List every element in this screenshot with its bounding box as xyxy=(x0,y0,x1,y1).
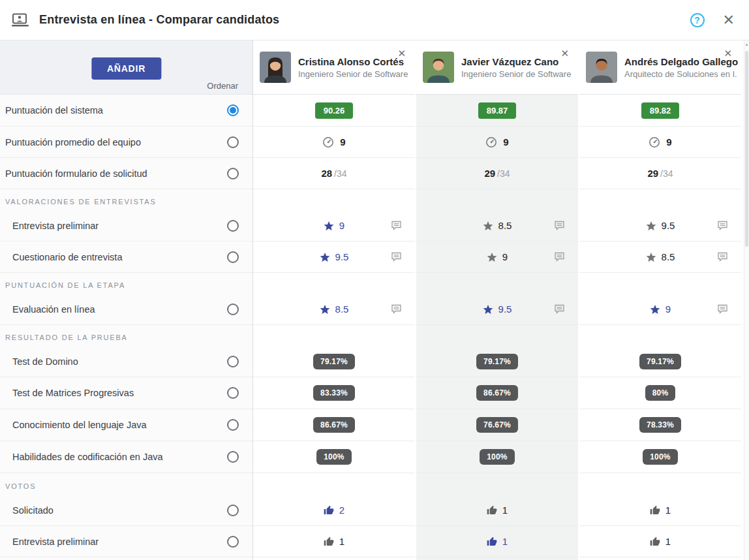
candidate-avatar xyxy=(423,52,454,83)
sort-radio[interactable] xyxy=(227,536,239,548)
sidebar-item-label: Entrevista preliminar xyxy=(12,537,227,547)
comparison-grid: Cristina Alonso Cortés Ingeniero Senior … xyxy=(253,40,749,560)
remove-candidate-icon[interactable]: ✕ xyxy=(724,48,732,58)
sidebar-item-entrevista-preliminar[interactable]: Entrevista preliminar xyxy=(0,210,252,241)
stage-evaluation-rating-cell: 8.5 xyxy=(253,294,415,325)
criteria-sidebar: AÑADIR Ordenar Puntuación del sistema Pu… xyxy=(0,40,253,560)
sidebar-item-label: Habilidades de codificación en Java xyxy=(12,452,227,462)
star-icon xyxy=(324,221,334,231)
test-domino-cell: 79.17% xyxy=(416,346,578,377)
sort-radio[interactable] xyxy=(227,505,239,516)
sidebar-item-solicitado[interactable]: Solicitado xyxy=(0,495,252,526)
remove-candidate-icon[interactable]: ✕ xyxy=(397,48,406,58)
comment-icon[interactable] xyxy=(554,221,565,231)
thumb-up-icon[interactable] xyxy=(487,505,497,516)
comment-icon[interactable] xyxy=(717,252,728,262)
percent-badge: 100% xyxy=(643,449,678,465)
comment-icon[interactable] xyxy=(391,221,402,231)
percent-badge: 79.17% xyxy=(313,354,355,369)
percent-badge: 83.33% xyxy=(313,385,355,401)
scrollbar-thumb[interactable] xyxy=(745,51,748,247)
section-header-puntuacion-etapa: PUNTUACIÓN DE LA ETAPA xyxy=(0,273,252,294)
help-icon[interactable]: ? xyxy=(690,13,705,27)
sidebar-item-label: Conocimiento del lenguaje Java xyxy=(12,420,227,430)
candidate-column-1: Cristina Alonso Cortés Ingeniero Senior … xyxy=(253,40,415,560)
percent-badge: 100% xyxy=(480,449,515,465)
team-average-cell: 9 xyxy=(416,127,578,158)
thumb-up-icon[interactable] xyxy=(324,505,334,516)
score-badge: 89.87 xyxy=(478,102,517,119)
sidebar-item-votos-entrevista-preliminar[interactable]: Entrevista preliminar xyxy=(0,526,252,557)
votes-prelim-cell: 1 xyxy=(416,526,578,557)
sort-radio[interactable] xyxy=(227,451,239,463)
interview-prelim-rating-cell: 8.5 xyxy=(416,210,578,241)
sort-radio[interactable] xyxy=(227,419,239,431)
candidate-title: Ingeniero Senior de Software ... xyxy=(298,69,410,79)
scrollbar-up-icon[interactable]: ▲ xyxy=(744,42,749,46)
sidebar-item-conocimiento-java[interactable]: Conocimiento del lenguaje Java xyxy=(0,409,252,441)
sidebar-item-label: Puntuación formulario de solicitud xyxy=(5,168,227,179)
sort-radio[interactable] xyxy=(227,168,239,179)
java-knowledge-cell: 86.67% xyxy=(253,409,415,441)
sort-radio[interactable] xyxy=(227,220,239,232)
comment-icon[interactable] xyxy=(391,252,402,262)
sort-radio[interactable] xyxy=(227,136,239,148)
application-form-score-cell: 28 /34 xyxy=(253,158,415,189)
comment-icon[interactable] xyxy=(717,221,728,231)
sidebar-item-puntuacion-formulario[interactable]: Puntuación formulario de solicitud xyxy=(0,158,252,189)
sort-radio[interactable] xyxy=(227,356,239,367)
candidate-header[interactable]: Andrés Delgado Gallego Arquitecto de Sol… xyxy=(579,40,741,95)
candidate-header[interactable]: Javier Vázquez Cano Ingeniero Senior de … xyxy=(416,40,578,95)
thumb-up-icon[interactable] xyxy=(650,537,660,547)
sidebar-item-puntuacion-promedio[interactable]: Puntuación promedio del equipo xyxy=(0,127,252,158)
add-candidate-button[interactable]: AÑADIR xyxy=(91,57,161,80)
stage-evaluation-rating-cell: 9 xyxy=(579,294,741,325)
sidebar-item-puntuacion-sistema[interactable]: Puntuación del sistema xyxy=(0,95,252,127)
percent-badge: 79.17% xyxy=(639,354,681,369)
votes-prelim-cell: 1 xyxy=(579,526,741,557)
sidebar-item-cuestionario[interactable]: Cuestionario de entrevista xyxy=(0,241,252,273)
sort-radio[interactable] xyxy=(227,251,239,263)
thumb-up-icon[interactable] xyxy=(487,537,497,547)
interview-prelim-rating-cell: 9.5 xyxy=(579,210,741,241)
candidate-column-2: Javier Vázquez Cano Ingeniero Senior de … xyxy=(416,40,578,560)
close-icon[interactable]: ✕ xyxy=(723,13,735,27)
title-bar: Entrevista en línea - Comparar candidato… xyxy=(0,0,749,40)
comment-icon[interactable] xyxy=(717,304,728,315)
sidebar-item-evaluacion-en-linea[interactable]: Evaluación en línea xyxy=(0,294,252,325)
comment-icon[interactable] xyxy=(391,304,402,315)
candidate-title: Arquitecto de Soluciones en I... xyxy=(624,69,737,79)
candidate-header[interactable]: Cristina Alonso Cortés Ingeniero Senior … xyxy=(253,40,415,95)
sort-radio[interactable] xyxy=(227,303,239,315)
gauge-icon xyxy=(649,136,660,148)
sidebar-header: AÑADIR Ordenar xyxy=(0,40,252,95)
vertical-scrollbar[interactable]: ▲ xyxy=(744,40,749,560)
sort-radio[interactable] xyxy=(227,387,239,399)
star-icon xyxy=(487,252,497,262)
sidebar-item-label: Puntuación promedio del equipo xyxy=(5,137,227,148)
thumb-up-icon[interactable] xyxy=(324,537,334,547)
sort-label: Ordenar xyxy=(207,81,238,91)
votes-requested-cell: 2 xyxy=(253,495,415,526)
gauge-icon xyxy=(322,136,334,148)
test-domino-cell: 79.17% xyxy=(579,346,741,377)
team-average-cell: 9 xyxy=(579,127,741,158)
sidebar-item-test-matrices[interactable]: Test de Matrices Progresivas xyxy=(0,377,252,409)
sidebar-item-habilidades-java[interactable]: Habilidades de codificación en Java xyxy=(0,441,252,473)
thumb-up-icon[interactable] xyxy=(650,505,660,516)
remove-candidate-icon[interactable]: ✕ xyxy=(560,48,569,58)
comment-icon[interactable] xyxy=(554,304,565,315)
percent-badge: 79.17% xyxy=(476,354,518,369)
sidebar-item-label: Test de Matrices Progresivas xyxy=(12,388,227,398)
system-score-cell: 89.82 xyxy=(579,95,741,127)
sort-radio[interactable] xyxy=(227,104,239,116)
votes-requested-cell: 1 xyxy=(579,495,741,526)
star-icon xyxy=(483,304,493,315)
stage-evaluation-rating-cell: 9.5 xyxy=(416,294,578,325)
star-icon xyxy=(646,252,656,262)
test-matrices-cell: 83.33% xyxy=(253,377,415,409)
sidebar-item-test-domino[interactable]: Test de Domino xyxy=(0,346,252,377)
comment-icon[interactable] xyxy=(554,252,565,262)
candidate-name: Andrés Delgado Gallego xyxy=(624,56,738,67)
star-icon xyxy=(320,304,330,315)
